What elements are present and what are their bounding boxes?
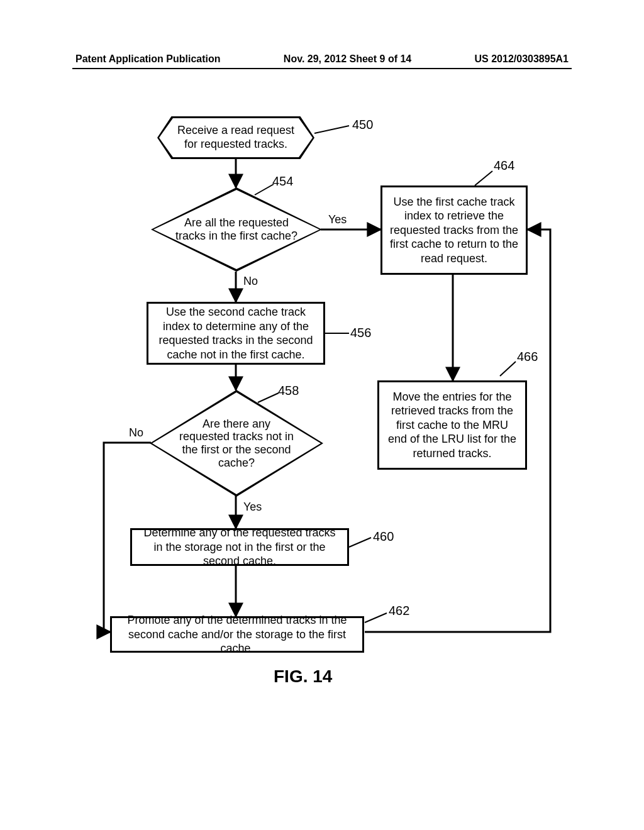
process-466-text: Move the entries for the retrieved track… <box>386 390 519 461</box>
ref-454: 454 <box>272 174 293 189</box>
decision-454-text: Are all the requested tracks in the firs… <box>151 187 322 272</box>
decision-first-cache: Are all the requested tracks in the firs… <box>151 187 322 272</box>
edge-458-no: No <box>129 426 143 440</box>
edge-458-yes: Yes <box>243 501 262 514</box>
process-move-mru: Move the entries for the retrieved track… <box>377 380 527 470</box>
process-promote-to-first: Promote any of the determined tracks in … <box>110 616 364 653</box>
svg-line-12 <box>349 538 371 547</box>
process-460-text: Determine any of the requested tracks in… <box>138 526 341 568</box>
svg-line-5 <box>475 171 492 185</box>
flowchart: Receive a read request for requested tra… <box>72 113 569 723</box>
process-456-text: Use the second cache track index to dete… <box>155 305 317 362</box>
header-center: Nov. 29, 2012 Sheet 9 of 14 <box>284 53 411 65</box>
header-right: US 2012/0303895A1 <box>475 53 569 65</box>
start-label: Receive a read request for requested tra… <box>159 118 313 157</box>
svg-line-0 <box>314 126 349 133</box>
start-node: Receive a read request for requested tra… <box>157 116 314 159</box>
decision-458-text: Are there any requested tracks not in th… <box>150 390 323 497</box>
ref-460: 460 <box>373 529 394 544</box>
ref-458: 458 <box>278 384 299 398</box>
ref-464: 464 <box>494 158 514 173</box>
header-left: Patent Application Publication <box>75 53 221 65</box>
svg-line-7 <box>500 362 516 376</box>
process-second-cache-index: Use the second cache track index to dete… <box>147 302 325 365</box>
decision-any-not-in-caches: Are there any requested tracks not in th… <box>150 390 323 497</box>
process-determine-storage: Determine any of the requested tracks in… <box>130 528 349 566</box>
process-464-text: Use the first cache track index to retri… <box>389 195 519 266</box>
ref-462: 462 <box>389 604 409 618</box>
figure-caption: FIG. 14 <box>274 667 332 687</box>
process-use-first-cache: Use the first cache track index to retri… <box>380 185 528 275</box>
ref-466: 466 <box>517 350 538 364</box>
process-462-text: Promote any of the determined tracks in … <box>118 613 356 656</box>
edge-454-no: No <box>243 275 258 288</box>
edge-454-yes: Yes <box>328 213 347 226</box>
ref-450: 450 <box>352 118 373 132</box>
header-rule <box>72 68 572 69</box>
ref-456: 456 <box>350 326 371 340</box>
svg-line-14 <box>365 613 387 622</box>
page-header: Patent Application Publication Nov. 29, … <box>75 53 569 65</box>
